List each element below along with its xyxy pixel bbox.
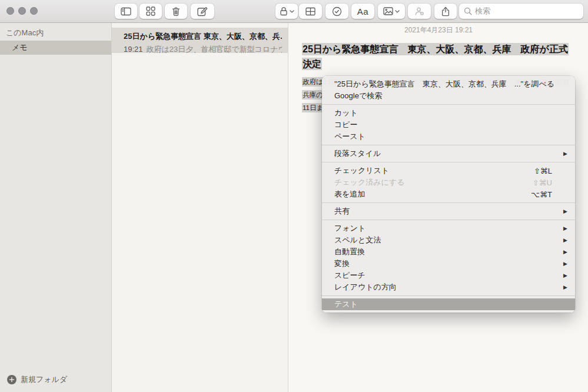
menu-separator xyxy=(322,220,575,220)
grid-view-icon xyxy=(146,6,155,16)
sidebar: このMac内 メモ 新規フォルダ xyxy=(0,23,112,392)
menu-item-font[interactable]: フォント▶ xyxy=(322,222,575,234)
format-aa-icon: Aa xyxy=(357,6,368,16)
share-button[interactable] xyxy=(434,4,457,19)
menu-item-paragraph-styles[interactable]: 段落スタイル▶ xyxy=(322,148,575,160)
menu-item-shortcut: ⌥⌘T xyxy=(531,190,552,199)
menu-item-lookup[interactable]: "25日から緊急事態宣言 東京、大阪、京都、兵庫 ..."を調べる xyxy=(322,78,575,90)
menu-item-checklist[interactable]: チェックリスト⇧⌘L xyxy=(322,165,575,177)
note-list-item-snippet: 政府は23日夕、首相官邸で新型コロナウ… xyxy=(147,45,282,54)
compose-icon xyxy=(197,6,208,16)
menu-item-label: "25日から緊急事態宣言 東京、大阪、京都、兵庫 ..."を調べる xyxy=(334,79,554,89)
plus-circle-icon xyxy=(7,375,16,384)
menu-separator xyxy=(322,295,575,296)
checklist-button[interactable] xyxy=(325,4,348,19)
note-list-item[interactable]: 25日から緊急事態宣言 東京、大阪、京都、兵… 19:21政府は23日夕、首相官… xyxy=(112,28,288,53)
menu-item-label: ペースト xyxy=(334,131,366,142)
menu-item-cut[interactable]: カット xyxy=(322,107,575,119)
note-body-line: 兵庫の xyxy=(302,90,324,99)
menu-separator xyxy=(322,104,575,105)
new-note-button[interactable] xyxy=(191,4,214,19)
menu-separator xyxy=(322,162,575,162)
menu-item-google-search[interactable]: Googleで検索 xyxy=(322,90,575,102)
menu-item-test[interactable]: テスト xyxy=(322,298,575,310)
search-placeholder: 検索 xyxy=(475,6,490,16)
menu-item-layout-orientation[interactable]: レイアウトの方向▶ xyxy=(322,281,575,293)
note-title-line: 決定 xyxy=(302,58,322,70)
chevron-down-icon xyxy=(395,10,400,13)
note-title: 25日から緊急事態宣言 東京、大阪、京都、兵庫 政府が正式 決定 xyxy=(302,42,588,71)
menu-item-spelling-grammar[interactable]: スペルと文法▶ xyxy=(322,234,575,246)
menu-item-add-table[interactable]: 表を追加⌥⌘T xyxy=(322,188,575,200)
trash-icon xyxy=(171,6,181,16)
menu-item-label: カット xyxy=(334,108,358,118)
note-list-item-title: 25日から緊急事態宣言 東京、大阪、京都、兵… xyxy=(124,31,282,42)
menu-item-label: レイアウトの方向 xyxy=(334,282,397,293)
titlebar: Aa xyxy=(0,0,588,23)
note-list-item-subtitle: 19:21政府は23日夕、首相官邸で新型コロナウ… xyxy=(124,44,282,55)
table-icon xyxy=(305,7,315,16)
menu-item-transformations[interactable]: 変換▶ xyxy=(322,258,575,270)
media-icon xyxy=(383,7,393,15)
submenu-arrow-icon: ▶ xyxy=(563,284,567,290)
menu-item-label: 変換 xyxy=(334,258,350,269)
menu-item-shortcut: ⇧⌘U xyxy=(533,178,552,187)
menu-item-label: Googleで検索 xyxy=(334,91,382,101)
menu-item-speech[interactable]: スピーチ▶ xyxy=(322,270,575,281)
menu-item-label: 自動置換 xyxy=(334,247,365,257)
format-button[interactable]: Aa xyxy=(351,4,374,19)
menu-item-label: 段落スタイル xyxy=(334,148,381,159)
menu-item-label: チェックリスト xyxy=(334,165,389,176)
note-list: 25日から緊急事態宣言 東京、大阪、京都、兵… 19:21政府は23日夕、首相官… xyxy=(112,23,288,392)
gallery-view-button[interactable] xyxy=(139,4,162,19)
collaborate-button[interactable] xyxy=(408,4,431,19)
sidebar-item-notes[interactable]: メモ xyxy=(0,41,111,55)
note-date: 2021年4月23日 19:21 xyxy=(289,25,588,35)
menu-item-shortcut: ⇧⌘L xyxy=(534,167,552,175)
context-menu: "25日から緊急事態宣言 東京、大阪、京都、兵庫 ..."を調べるGoogleで… xyxy=(322,76,575,313)
note-body-line: 11日ま xyxy=(302,103,324,112)
chevron-down-icon xyxy=(290,10,294,13)
menu-item-label: コピー xyxy=(334,119,358,130)
minimize-button[interactable] xyxy=(18,7,26,15)
menu-item-substitutions[interactable]: 自動置換▶ xyxy=(322,246,575,258)
lock-note-button[interactable] xyxy=(275,4,298,19)
share-icon xyxy=(441,6,450,16)
submenu-arrow-icon: ▶ xyxy=(563,273,567,278)
menu-item-label: 共有 xyxy=(334,206,350,217)
menu-item-copy[interactable]: コピー xyxy=(322,119,575,131)
menu-item-label: チェック済みにする xyxy=(334,177,404,188)
add-person-icon xyxy=(414,6,424,16)
sidebar-section-label: このMac内 xyxy=(6,28,111,38)
toggle-sidebar-button[interactable] xyxy=(115,4,137,19)
sidebar-item-label: メモ xyxy=(12,43,28,52)
delete-note-button[interactable] xyxy=(165,4,187,19)
search-input[interactable]: 検索 xyxy=(459,4,583,19)
submenu-arrow-icon: ▶ xyxy=(563,237,567,243)
menu-item-label: スピーチ xyxy=(334,270,366,281)
close-button[interactable] xyxy=(6,7,14,15)
lock-icon xyxy=(280,6,288,16)
submenu-arrow-icon: ▶ xyxy=(563,151,567,157)
menu-item-mark-checked: チェック済みにする⇧⌘U xyxy=(322,177,575,188)
check-circle-icon xyxy=(332,6,342,16)
add-table-button[interactable] xyxy=(299,4,322,19)
menu-separator xyxy=(322,145,575,145)
media-button[interactable] xyxy=(378,4,405,19)
menu-item-label: フォント xyxy=(334,223,366,234)
submenu-arrow-icon: ▶ xyxy=(563,249,567,255)
submenu-arrow-icon: ▶ xyxy=(563,225,567,231)
sidebar-icon xyxy=(121,7,131,16)
menu-item-paste[interactable]: ペースト xyxy=(322,131,575,142)
submenu-arrow-icon: ▶ xyxy=(563,208,567,214)
note-title-line: 25日から緊急事態宣言 東京、大阪、京都、兵庫 政府が正式 xyxy=(302,43,569,55)
new-folder-label: 新規フォルダ xyxy=(21,374,67,385)
menu-item-label: スペルと文法 xyxy=(334,235,381,245)
menu-item-label: テスト xyxy=(334,299,358,310)
note-list-item-time: 19:21 xyxy=(124,45,143,54)
menu-item-share[interactable]: 共有▶ xyxy=(322,205,575,217)
new-folder-button[interactable]: 新規フォルダ xyxy=(7,374,67,385)
search-icon xyxy=(464,7,472,15)
menu-item-label: 表を追加 xyxy=(334,189,365,200)
zoom-button[interactable] xyxy=(30,7,38,15)
